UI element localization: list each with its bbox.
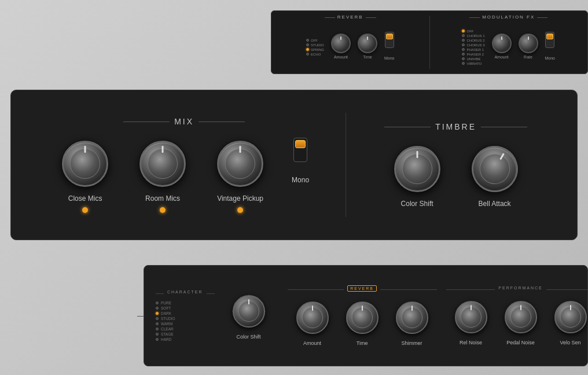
reverb-option-off[interactable]: OFF <box>306 39 324 42</box>
bottom-reverb-line-right <box>380 289 437 290</box>
timbre-header-line-left <box>384 127 431 127</box>
reverb-shimmer-knob[interactable] <box>396 302 428 334</box>
bottom-perf-line-right <box>546 289 588 290</box>
mod-option-chorus3[interactable]: CHORUS 3 <box>462 43 484 47</box>
vintage-pickup-item: Vintage Pickup <box>201 138 279 213</box>
top-panel: REVERB OFF STUDIO SPRING ECHO <box>271 10 588 74</box>
reverb-option-studio[interactable]: STUDIO <box>306 43 324 47</box>
vintage-pickup-knob[interactable] <box>217 141 263 187</box>
reverb-mono-thumb <box>386 34 393 39</box>
rel-noise-item: Rel Noise <box>446 298 496 345</box>
velo-sen-knob[interactable] <box>554 301 587 333</box>
bottom-perf-title: PERFORMANCE <box>498 286 542 290</box>
mod-dot-chorus3 <box>462 43 465 46</box>
bell-attack-knob-wrapper <box>469 143 521 195</box>
bottom-reverb-header: REVERB <box>288 285 437 294</box>
reverb-amount-bottom-knob[interactable] <box>296 302 329 334</box>
reverb-option-spring[interactable]: SPRING <box>306 48 324 52</box>
mod-mono-toggle[interactable] <box>545 32 554 48</box>
mod-option-off[interactable]: OFF <box>462 30 484 33</box>
reverb-amount-bottom-item: Amount <box>288 299 337 346</box>
char-soft[interactable]: SOFT <box>156 306 175 310</box>
pedal-noise-knob[interactable] <box>505 301 537 333</box>
bottom-reverb-badge: REVERB <box>347 285 377 292</box>
reverb-option-echo[interactable]: ECHO <box>306 53 324 56</box>
timbre-header: TIMBRE <box>352 122 560 131</box>
reverb-dot-spring <box>306 48 309 51</box>
reverb-time-knob[interactable] <box>358 34 377 53</box>
timbre-knobs-row: Color Shift <box>378 143 534 208</box>
char-color-shift-label: Color Shift <box>237 334 261 340</box>
reverb-dot-echo <box>306 53 309 56</box>
close-mics-knob[interactable] <box>62 141 108 187</box>
mod-option-phaser1[interactable]: PHASER 1 <box>462 48 484 52</box>
mod-option-chorus2[interactable]: CHORUS 2 <box>462 39 484 42</box>
mix-mono-label: Mono <box>292 176 309 184</box>
char-dot-hard <box>156 338 159 341</box>
char-dot-warm <box>156 322 159 325</box>
close-mics-label: Close Mics <box>68 194 102 203</box>
mix-title: MIX <box>174 117 194 126</box>
mod-amount-knob[interactable] <box>492 34 512 53</box>
pedal-noise-wrapper <box>502 298 540 336</box>
room-mics-indicator <box>160 207 166 213</box>
bell-attack-knob[interactable] <box>463 137 526 200</box>
pedal-noise-label: Pedal Noise <box>506 340 535 345</box>
color-shift-knob[interactable] <box>394 146 440 192</box>
reverb-time-bottom-knob[interactable] <box>346 302 378 334</box>
reverb-options: OFF STUDIO SPRING ECHO <box>306 39 324 56</box>
reverb-section: REVERB OFF STUDIO SPRING ECHO <box>271 11 429 73</box>
reverb-time-bottom-item: Time <box>337 299 387 346</box>
close-mics-item: Close Mics <box>46 138 124 213</box>
mod-option-phaser2[interactable]: PHASER 2 <box>462 53 484 56</box>
mod-dot-chorus2 <box>462 39 465 42</box>
mod-amount-knob-container: Amount <box>492 34 512 59</box>
timbre-title: TIMBRE <box>435 122 476 131</box>
mod-option-vibrato[interactable]: VIBRATO <box>462 62 484 65</box>
char-clear[interactable]: CLEAR <box>156 327 175 331</box>
mod-dot-phaser2 <box>462 53 465 56</box>
reverb-shimmer-wrapper <box>393 299 431 337</box>
char-dark[interactable]: DARK <box>156 311 175 315</box>
mod-option-univibe[interactable]: UNIVIBE <box>462 57 484 61</box>
rel-noise-knob[interactable] <box>455 301 487 333</box>
timbre-header-line-right <box>481 127 527 127</box>
reverb-time-bottom-label: Time <box>357 340 368 346</box>
mix-mono-thumb <box>295 140 306 148</box>
color-shift-item: Color Shift <box>378 143 456 208</box>
bottom-perf-group: PERFORMANCE Rel Noise Pedal Noise Vel <box>446 286 588 345</box>
bell-attack-label: Bell Attack <box>479 200 511 208</box>
mod-dot-phaser1 <box>462 48 465 51</box>
timbre-section: TIMBRE <box>352 122 560 208</box>
char-color-shift-wrapper <box>230 292 268 330</box>
bottom-perf-header: PERFORMANCE <box>446 286 588 293</box>
mod-amount-label: Amount <box>494 55 508 59</box>
char-studio[interactable]: STUDIO <box>156 317 175 321</box>
mod-mono-label: Mono <box>545 56 556 60</box>
char-warm[interactable]: WARM <box>156 322 175 326</box>
char-pure[interactable]: PURE <box>156 301 175 305</box>
bottom-perf-knobs: Rel Noise Pedal Noise Velo Sen <box>446 298 588 345</box>
mod-option-chorus1[interactable]: CHORUS 1 <box>462 34 484 38</box>
velo-sen-label: Velo Sen <box>560 340 581 345</box>
bottom-reverb-group: REVERB Amount Time Shimmer <box>288 285 437 346</box>
mod-rate-knob[interactable] <box>519 34 538 53</box>
reverb-mono-label: Mono <box>384 56 395 60</box>
char-color-shift-knob[interactable] <box>233 295 265 328</box>
mix-mono-toggle[interactable] <box>293 138 307 162</box>
mix-section: MIX <box>28 117 340 213</box>
modulation-section: MODULATION FX OFF CHORUS 1 CHORUS 2 CHOR… <box>430 11 588 73</box>
reverb-title: REVERB <box>337 14 363 20</box>
vintage-pickup-indicator <box>237 207 243 213</box>
reverb-dot-off <box>306 39 309 42</box>
color-shift-label: Color Shift <box>401 200 433 208</box>
mod-rate-label: Rate <box>524 55 532 59</box>
bottom-perf-line-left <box>446 289 495 290</box>
room-mics-knob[interactable] <box>139 141 186 187</box>
reverb-mono-toggle[interactable] <box>385 32 394 48</box>
char-hard[interactable]: HARD <box>156 337 175 341</box>
bottom-panel: CHARACTER PURE SOFT DARK STUDIO WAR <box>144 265 588 366</box>
char-stage[interactable]: STAGE <box>156 332 175 336</box>
mod-rate-knob-container: Rate <box>519 34 538 59</box>
reverb-amount-knob[interactable] <box>331 34 351 53</box>
